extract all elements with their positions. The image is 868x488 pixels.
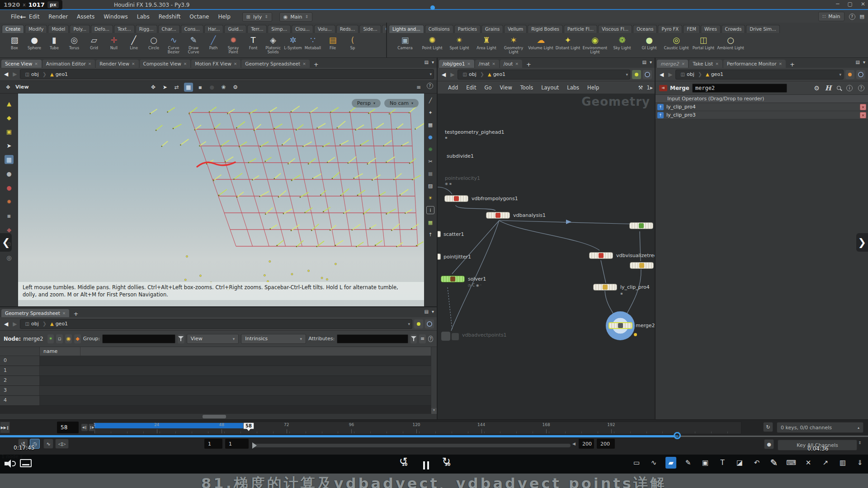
new-tab-button[interactable]: +: [523, 61, 534, 68]
shelf-tab[interactable]: Create: [2, 25, 24, 33]
viewport-tool-icon[interactable]: ▦: [184, 83, 193, 92]
viewport-display-icon[interactable]: ☀: [426, 194, 434, 202]
shelf-tool[interactable]: ◎ Caustic Light: [663, 34, 690, 57]
viewport-tool-icon[interactable]: ●: [208, 83, 217, 92]
pane-tab[interactable]: Performance Monitor ×: [723, 60, 786, 68]
shelf-tool[interactable]: ✶ Geometry Light: [500, 34, 527, 57]
input-count-icon[interactable]: 1▸: [646, 84, 653, 91]
current-frame-field[interactable]: 58: [57, 422, 79, 433]
annotation-icon[interactable]: ◪: [734, 457, 745, 469]
houdini-help-icon[interactable]: H: [825, 84, 831, 92]
attr-filter-icon[interactable]: [410, 334, 417, 343]
network-canvas[interactable]: Geometry testgeometry_pighead1▪subdivide…: [438, 94, 655, 419]
path-dropdown-icon[interactable]: ▾: [408, 322, 410, 326]
input-operator-row[interactable]: ↑ ly_clip_pro3 ×: [656, 111, 868, 119]
intrinsics-dropdown[interactable]: Intrinsics ▾: [241, 334, 306, 344]
path-dropdown-icon[interactable]: ▾: [839, 72, 841, 77]
shelf-tab[interactable]: Simp...: [268, 25, 291, 33]
new-tab-button[interactable]: +: [787, 61, 798, 68]
close-tab-icon[interactable]: ×: [681, 61, 685, 66]
desktop-selector[interactable]: ⊞ lyly ⇕: [242, 12, 272, 22]
shelf-tab[interactable]: Wires: [701, 25, 721, 33]
shelf-tool[interactable]: ● Sphere: [24, 34, 44, 57]
forward-button[interactable]: ▶: [11, 321, 18, 327]
geo-flag-icon[interactable]: ◆: [74, 334, 81, 343]
range-end-field[interactable]: 200: [579, 439, 594, 449]
subrange-end-field[interactable]: 200: [597, 439, 615, 449]
shelf-tab[interactable]: Har...: [204, 25, 223, 33]
viewport-display-icon[interactable]: i: [426, 206, 434, 214]
gear-icon[interactable]: ⚙: [814, 84, 820, 92]
path-bar[interactable]: ◫obj ❯ ▲geo1 ▾: [675, 70, 844, 80]
node-label[interactable]: merge2: [636, 323, 655, 328]
viewport-side-tool-icon[interactable]: ✹: [5, 197, 14, 206]
display-options-icon[interactable]: ≡: [414, 83, 423, 92]
forward-30-button[interactable]: ↻ 30: [441, 456, 454, 471]
delete-input-icon[interactable]: ×: [860, 112, 866, 118]
forward-button[interactable]: ▶: [11, 71, 18, 77]
shelf-tab[interactable]: Rigid Bodies: [528, 25, 563, 33]
shelf-tab[interactable]: Cons...: [181, 25, 203, 33]
annotation-icon[interactable]: T: [717, 457, 728, 469]
bypassed-node[interactable]: [441, 332, 459, 341]
shelf-tool[interactable]: ▮ Tube: [44, 34, 64, 57]
viewport-tool-icon[interactable]: ❀: [219, 83, 228, 92]
pane-maximize-icon[interactable]: ▤: [425, 60, 429, 65]
shelf-tool[interactable]: ▤ File: [323, 34, 343, 57]
close-tab-icon[interactable]: ×: [779, 61, 783, 66]
back-button[interactable]: ◀: [658, 71, 665, 78]
forward-button[interactable]: ▶: [449, 71, 456, 78]
pane-tab[interactable]: /out ×: [500, 60, 522, 68]
view-menu-icon[interactable]: ❖: [4, 83, 13, 92]
menu-item[interactable]: Render: [44, 12, 72, 21]
shelf-tool[interactable]: ✎ Draw Curve: [184, 34, 203, 57]
keys-info-field[interactable]: 0 keys, 0/0 channels ▴: [777, 422, 863, 433]
network-node[interactable]: [593, 284, 617, 291]
shelf-tool[interactable]: ❁ Sky Light: [609, 34, 636, 57]
table-row[interactable]: 0: [0, 356, 437, 366]
pane-maximize-icon[interactable]: ▤: [856, 60, 860, 65]
pane-tab[interactable]: Motion FX View ×: [191, 60, 241, 68]
node-label[interactable]: testgeometry_pighead1: [445, 129, 504, 135]
video-scrubber-handle[interactable]: [674, 432, 681, 439]
network-node[interactable]: [630, 262, 654, 269]
shelf-tab[interactable]: Rigg...: [136, 25, 157, 33]
viewport-side-tool-icon[interactable]: ▣: [5, 127, 14, 136]
viewport-side-tool-icon[interactable]: ◆: [5, 225, 14, 234]
shelf-tool[interactable]: ( Sp: [343, 34, 363, 57]
viewport-side-tool-icon[interactable]: ◎: [5, 253, 14, 262]
menu-item[interactable]: Labs: [563, 83, 583, 92]
shelf-tab[interactable]: Modify: [25, 25, 47, 33]
back-button[interactable]: ◀: [3, 71, 9, 77]
group-filter-icon[interactable]: [178, 334, 184, 343]
shelf-tool[interactable]: ◈ Platonic Solids: [263, 34, 283, 57]
viewport-side-tool-icon[interactable]: ➤: [5, 141, 14, 150]
shelf-tool[interactable]: ∿ Curve Bezier: [164, 34, 184, 57]
delete-input-icon[interactable]: ×: [860, 104, 866, 110]
speaker-icon[interactable]: [5, 459, 15, 468]
search-icon[interactable]: [837, 86, 841, 90]
node-label[interactable]: vdbfrompolygons1: [472, 196, 518, 202]
display-flag-icon[interactable]: ◉: [65, 334, 72, 343]
viewport-display-icon[interactable]: ╱: [426, 96, 434, 104]
pane-tab[interactable]: Render View ×: [96, 60, 138, 68]
annotation-icon[interactable]: ∿: [648, 457, 659, 469]
viewport-display-icon[interactable]: ✦: [426, 108, 434, 117]
pane-maximize-icon[interactable]: ▤: [425, 309, 429, 314]
shelf-tool[interactable]: ○ Ambient Light: [717, 34, 744, 57]
viewport-tool-icon[interactable]: ➤: [160, 83, 170, 92]
viewport-side-tool-icon[interactable]: ●: [5, 183, 14, 192]
close-tab-icon[interactable]: ×: [132, 61, 135, 66]
prev-video-icon[interactable]: ❮: [0, 233, 12, 252]
shelf-tab[interactable]: Grains: [481, 25, 503, 33]
node-label[interactable]: vdbanalysis1: [513, 212, 546, 218]
annotation-icon[interactable]: ⌨: [786, 457, 797, 469]
shelf-tool[interactable]: ◫ Portal Light: [690, 34, 717, 57]
back-button[interactable]: ◀: [440, 71, 447, 78]
shelf-tab[interactable]: Terr...: [247, 25, 267, 33]
shelf-tool[interactable]: ✲ L-System: [283, 34, 303, 57]
pin-node-icon[interactable]: ▫: [56, 334, 63, 343]
pause-button[interactable]: [423, 458, 429, 469]
menu-item[interactable]: Labs: [132, 12, 154, 21]
maximize-button[interactable]: ▢: [848, 1, 853, 7]
